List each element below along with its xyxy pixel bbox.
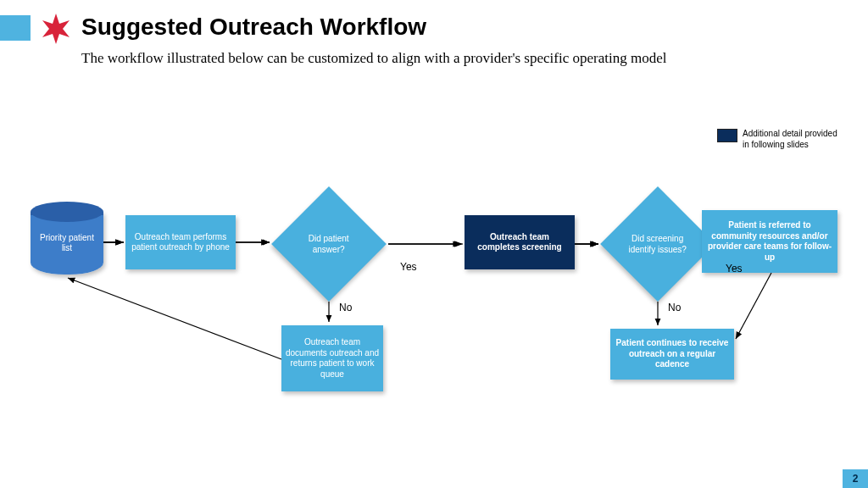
node-priority-list: Priority patient list: [31, 212, 103, 274]
accent-block: [0, 15, 31, 41]
node-label: Did screening identify issues?: [620, 234, 695, 255]
node-label: Did patient answer?: [292, 234, 366, 255]
page-subtitle: The workflow illustrated below can be cu…: [81, 49, 760, 69]
node-referred: Patient is referred to community resourc…: [702, 210, 837, 273]
svg-marker-0: [42, 14, 70, 44]
decision-patient-answer: Did patient answer?: [271, 186, 387, 302]
node-outreach-call: Outreach team performs patient outreach …: [125, 215, 236, 269]
legend-swatch-icon: [717, 129, 737, 142]
node-label: Patient continues to receive outreach on…: [614, 338, 731, 370]
edge-label-yes: Yes: [400, 261, 417, 273]
page-number: 2: [843, 469, 868, 488]
node-document-return: Outreach team documents outreach and ret…: [281, 325, 383, 391]
node-label: Patient is referred to community resourc…: [705, 220, 834, 263]
edge-label-no: No: [668, 302, 681, 313]
edge-label-no: No: [339, 302, 352, 313]
node-label: Priority patient list: [34, 233, 100, 254]
node-label: Outreach team performs patient outreach …: [129, 232, 232, 253]
page-title: Suggested Outreach Workflow: [81, 14, 426, 41]
node-screening: Outreach team completes screening: [465, 215, 575, 269]
node-cadence: Patient continues to receive outreach on…: [610, 329, 734, 380]
node-label: Outreach team documents outreach and ret…: [285, 337, 380, 380]
edge-label-yes: Yes: [726, 263, 743, 274]
decision-issues: Did screening identify issues?: [600, 186, 715, 302]
legend: Additional detail provided in following …: [717, 129, 844, 150]
node-label: Outreach team completes screening: [468, 232, 571, 253]
star-icon: [39, 12, 73, 46]
legend-text: Additional detail provided in following …: [743, 129, 844, 150]
